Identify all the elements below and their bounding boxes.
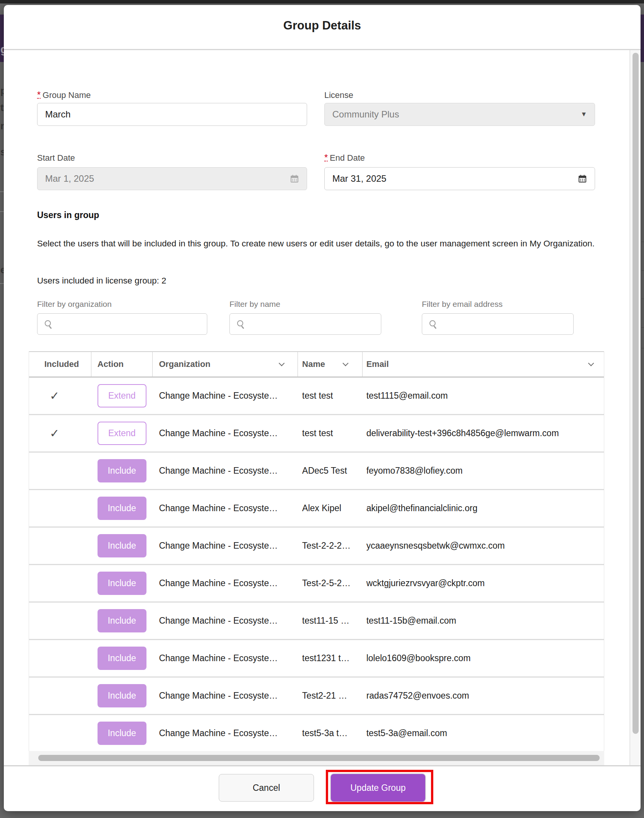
- required-asterisk: *: [324, 155, 328, 161]
- background-divider: [641, 327, 644, 328]
- included-cell: ✓: [29, 427, 91, 440]
- users-in-group-heading: Users in group: [37, 210, 99, 220]
- include-button[interactable]: Include: [98, 647, 146, 670]
- users-included-count: Users included in license group: 2: [37, 276, 166, 286]
- table-row: Include Change Machine - Ecosyste… test1…: [29, 640, 604, 678]
- name-cell: test5-3a t…: [298, 728, 363, 738]
- filter-name-input[interactable]: [229, 313, 381, 335]
- horizontal-scrollbar-thumb[interactable]: [38, 755, 600, 761]
- start-date-label: Start Date: [37, 153, 307, 163]
- filter-organization-label: Filter by organization: [37, 300, 207, 309]
- end-date-value: Mar 31, 2025: [332, 173, 578, 184]
- calendar-icon: [578, 174, 587, 183]
- chevron-down-icon[interactable]: [279, 360, 285, 366]
- end-date-label: *End Date: [324, 153, 595, 163]
- email-cell: test5-3a@email.com: [363, 728, 604, 738]
- organization-cell: Change Machine - Ecosyste…: [153, 728, 298, 738]
- background-divider: [0, 211, 4, 212]
- include-button[interactable]: Include: [98, 609, 146, 632]
- include-button[interactable]: Include: [98, 572, 146, 595]
- table-row: Include Change Machine - Ecosyste… test1…: [29, 603, 604, 640]
- name-cell: test test: [298, 428, 363, 438]
- include-button[interactable]: Include: [98, 722, 146, 745]
- vertical-scrollbar[interactable]: [629, 50, 641, 765]
- header-divider: [4, 49, 641, 50]
- name-cell: Test-2-2-2…: [298, 541, 363, 551]
- table-row: ✓ Extend Change Machine - Ecosyste… test…: [29, 378, 604, 415]
- include-button[interactable]: Include: [98, 684, 146, 707]
- name-cell: test1231 t…: [298, 653, 363, 663]
- include-button[interactable]: Include: [98, 497, 146, 520]
- background-divider: [641, 270, 644, 271]
- included-cell: ✓: [29, 389, 91, 402]
- header-organization[interactable]: Organization: [153, 352, 298, 376]
- header-email[interactable]: Email: [363, 352, 604, 376]
- organization-cell: Change Machine - Ecosyste…: [153, 616, 298, 626]
- email-cell: radas74752@envoes.com: [363, 691, 604, 701]
- name-cell: test test: [298, 391, 363, 401]
- cancel-button[interactable]: Cancel: [219, 774, 314, 802]
- name-cell: Test2-21 …: [298, 691, 363, 701]
- table-row: ✓ Extend Change Machine - Ecosyste… test…: [29, 415, 604, 453]
- users-in-group-description: Select the users that will be included i…: [37, 235, 600, 252]
- check-icon: ✓: [50, 427, 59, 440]
- required-asterisk: *: [37, 92, 41, 99]
- email-cell: ycaaeynsnesqsbetwk@cwmxc.com: [363, 541, 604, 551]
- organization-cell: Change Machine - Ecosyste…: [153, 503, 298, 513]
- chevron-down-icon[interactable]: [588, 360, 594, 366]
- organization-cell: Change Machine - Ecosyste…: [153, 466, 298, 476]
- email-cell: lolelo1609@bookspre.com: [363, 653, 604, 663]
- background-top-bar: [0, 0, 644, 3]
- filter-organization-input[interactable]: [37, 313, 207, 335]
- email-cell: wcktgjuriezrvsvyar@ckptr.com: [363, 578, 604, 588]
- group-name-label: *Group Name: [37, 90, 307, 100]
- action-cell: Include: [91, 684, 153, 707]
- header-action: Action: [91, 352, 153, 376]
- table-row: Include Change Machine - Ecosyste… Test2…: [29, 678, 604, 715]
- table-row: Include Change Machine - Ecosyste… Alex …: [29, 490, 604, 528]
- modal-title: Group Details: [4, 19, 641, 33]
- group-name-input[interactable]: [37, 103, 307, 126]
- action-cell: Include: [91, 647, 153, 670]
- start-date-input[interactable]: Mar 1, 2025: [37, 167, 307, 190]
- background-divider: [641, 348, 644, 349]
- calendar-icon: [290, 174, 299, 183]
- email-cell: deliverability-test+396c8h4856ge@lemwarm…: [363, 428, 604, 438]
- table-row: Include Change Machine - Ecosyste… Test-…: [29, 528, 604, 565]
- license-value: Community Plus: [332, 109, 581, 120]
- name-cell: Alex Kipel: [298, 503, 363, 513]
- caret-down-icon: ▼: [581, 111, 587, 118]
- organization-cell: Change Machine - Ecosyste…: [153, 653, 298, 663]
- email-cell: akipel@thefinancialclinic.org: [363, 503, 604, 513]
- check-icon: ✓: [50, 389, 59, 402]
- header-included: Included: [29, 352, 91, 376]
- extend-button[interactable]: Extend: [98, 384, 146, 407]
- include-button[interactable]: Include: [98, 534, 146, 557]
- start-date-value: Mar 1, 2025: [45, 173, 290, 184]
- background-divider: [0, 191, 4, 192]
- filter-email-label: Filter by email address: [422, 300, 574, 309]
- extend-button[interactable]: Extend: [98, 422, 146, 445]
- license-select[interactable]: Community Plus ▼: [324, 103, 595, 126]
- search-icon: [237, 320, 243, 326]
- end-date-input[interactable]: Mar 31, 2025: [324, 167, 595, 190]
- table-row: Include Change Machine - Ecosyste… ADec5…: [29, 453, 604, 490]
- update-group-button[interactable]: Update Group: [331, 774, 425, 802]
- group-details-modal: Group Details *Group Name License Commun…: [4, 5, 641, 811]
- email-cell: test1115@email.com: [363, 391, 604, 401]
- action-cell: Include: [91, 459, 153, 482]
- vertical-scrollbar-thumb[interactable]: [633, 53, 639, 734]
- table-header-row: Included Action Organization Name Email: [29, 351, 604, 378]
- action-cell: Include: [91, 534, 153, 557]
- filter-email-input[interactable]: [422, 313, 574, 335]
- chevron-down-icon[interactable]: [343, 360, 349, 366]
- header-name[interactable]: Name: [298, 352, 363, 376]
- background-text-fragment: t: [0, 102, 4, 114]
- users-table: Included Action Organization Name Email …: [29, 351, 604, 753]
- include-button[interactable]: Include: [98, 459, 146, 482]
- name-cell: ADec5 Test: [298, 466, 363, 476]
- table-row: Include Change Machine - Ecosyste… test5…: [29, 715, 604, 753]
- action-cell: Include: [91, 722, 153, 745]
- table-row: Include Change Machine - Ecosyste… Test-…: [29, 565, 604, 603]
- horizontal-scrollbar[interactable]: [29, 751, 604, 765]
